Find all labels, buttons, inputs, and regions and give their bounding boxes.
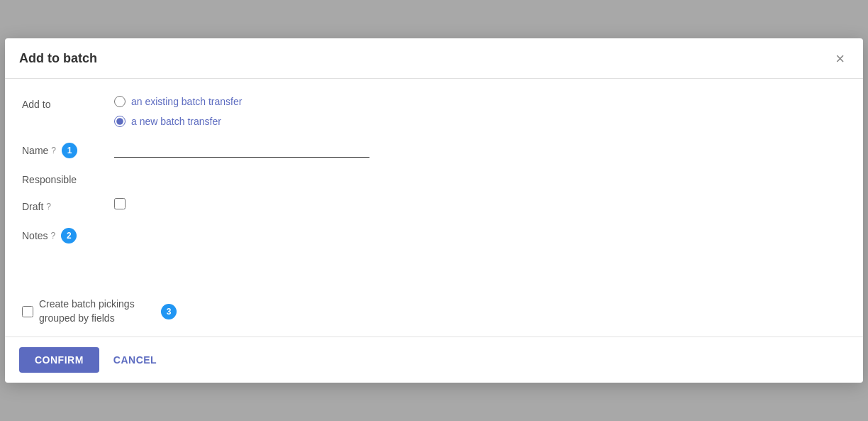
draft-row: Draft ?	[22, 198, 846, 212]
confirm-button[interactable]: CONFIRM	[19, 347, 99, 373]
add-to-label: Add to	[22, 96, 114, 110]
add-to-row: Add to an existing batch transfer a new …	[22, 96, 846, 127]
responsible-label: Responsible	[22, 171, 114, 185]
option-existing[interactable]: an existing batch transfer	[114, 96, 846, 107]
draft-checkbox[interactable]	[114, 198, 126, 209]
draft-label: Draft ?	[22, 198, 114, 212]
name-badge: 1	[62, 143, 77, 158]
dialog-footer: CONFIRM CANCEL	[5, 337, 863, 383]
close-button[interactable]: ×	[831, 50, 849, 68]
name-help-icon: ?	[51, 146, 56, 155]
cancel-button[interactable]: CANCEL	[108, 347, 162, 373]
name-row: Name ? 1	[22, 140, 846, 158]
radio-existing[interactable]	[114, 96, 126, 107]
create-batch-label: Create batch pickings grouped by fields	[39, 297, 152, 325]
dialog-overlay: Add to batch × Add to an existing batch …	[0, 0, 868, 421]
create-batch-badge: 3	[161, 304, 177, 319]
notes-label: Notes ? 2	[22, 225, 114, 244]
create-batch-wrap: Create batch pickings grouped by fields …	[22, 297, 177, 325]
radio-new[interactable]	[114, 116, 126, 127]
name-input-wrap	[114, 140, 846, 158]
draft-help-icon: ?	[46, 202, 51, 212]
name-label: Name ? 1	[22, 140, 114, 158]
option-new-label: a new batch transfer	[131, 116, 221, 127]
notes-row: Notes ? 2	[22, 225, 846, 268]
create-batch-row: Create batch pickings grouped by fields …	[22, 297, 846, 325]
create-batch-checkbox[interactable]	[22, 306, 33, 317]
notes-area	[114, 225, 846, 268]
option-new[interactable]: a new batch transfer	[114, 116, 846, 127]
dialog-header: Add to batch ×	[5, 38, 863, 79]
option-existing-label: an existing batch transfer	[131, 96, 242, 107]
responsible-row: Responsible	[22, 171, 846, 185]
dialog: Add to batch × Add to an existing batch …	[5, 38, 863, 383]
draft-checkbox-wrap	[114, 198, 846, 209]
name-input[interactable]	[114, 140, 369, 158]
notes-badge: 2	[61, 228, 77, 244]
dialog-title: Add to batch	[19, 51, 97, 66]
notes-help-icon: ?	[51, 231, 56, 241]
add-to-options: an existing batch transfer a new batch t…	[114, 96, 846, 127]
dialog-body: Add to an existing batch transfer a new …	[5, 79, 863, 337]
